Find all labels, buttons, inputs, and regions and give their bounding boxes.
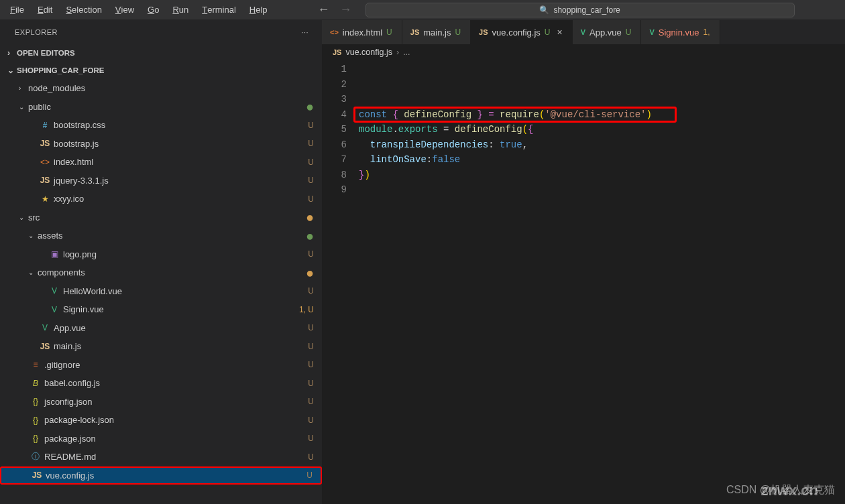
menu-run[interactable]: Run (166, 0, 195, 20)
file-node_modules[interactable]: ›node_modules (0, 79, 322, 98)
breadcrumb[interactable]: JS vue.config.js › ... (322, 44, 845, 60)
menubar: File Edit Selection View Go Run Terminal… (0, 0, 845, 20)
tabs: <>index.htmlUJSmain.jsUJSvue.config.jsU×… (322, 20, 845, 44)
nav-back-icon[interactable]: ← (318, 3, 330, 17)
menu-go[interactable]: Go (141, 0, 166, 20)
menu-view[interactable]: View (109, 0, 141, 20)
file-main.js[interactable]: JSmain.jsU (0, 337, 322, 356)
menu-selection[interactable]: Selection (59, 0, 108, 20)
file-jquery-3.3.1.js[interactable]: JSjquery-3.3.1.jsU (0, 172, 322, 190)
search-input[interactable]: 🔍 shopping_car_fore (365, 3, 795, 17)
file-public[interactable]: ⌄public● (0, 98, 322, 117)
file-package.json[interactable]: {}package.jsonU (0, 430, 322, 448)
file-README.md[interactable]: ⓘREADME.mdU (0, 448, 322, 466)
code-editor[interactable]: 123456789 const { defineConfig } = requi… (322, 60, 845, 504)
file-xxyy.ico[interactable]: ★xxyy.icoU (0, 190, 322, 208)
file-.gitignore[interactable]: ≡.gitignoreU (0, 356, 322, 375)
file-bootstrap.js[interactable]: JSbootstrap.jsU (0, 135, 322, 153)
file-jsconfig.json[interactable]: {}jsconfig.jsonU (0, 393, 322, 412)
tab-vue.config.js[interactable]: JSvue.config.jsU× (471, 20, 573, 44)
file-babel.config.js[interactable]: Bbabel.config.jsU (0, 374, 322, 393)
more-icon[interactable]: ··· (301, 28, 308, 36)
tab-main.js[interactable]: JSmain.jsU (402, 20, 471, 44)
file-components[interactable]: ⌄components● (0, 263, 322, 282)
file-HelloWorld.vue[interactable]: VHelloWorld.vueU (0, 282, 322, 301)
file-App.vue[interactable]: VApp.vueU (0, 319, 322, 338)
menu-help[interactable]: Help (243, 0, 274, 20)
explorer-title: EXPLORER (15, 28, 58, 36)
file-package-lock.json[interactable]: {}package-lock.jsonU (0, 411, 322, 430)
file-assets[interactable]: ⌄assets● (0, 227, 322, 245)
tab-App.vue[interactable]: VApp.vueU (573, 20, 642, 44)
sidebar: EXPLORER ··· ›OPEN EDITORS ⌄SHOPPING_CAR… (0, 20, 322, 504)
project-section[interactable]: ⌄SHOPPING_CAR_FORE (0, 62, 322, 79)
nav-fwd-icon[interactable]: → (340, 3, 352, 17)
search-text: shopping_car_fore (553, 5, 620, 15)
file-Signin.vue[interactable]: VSignin.vue1, U (0, 300, 322, 319)
file-tree: ›node_modules⌄public●#bootstrap.cssUJSbo… (0, 79, 322, 504)
tab-Signin.vue[interactable]: VSignin.vue1, (641, 20, 720, 44)
tab-index.html[interactable]: <>index.htmlU (322, 20, 402, 44)
search-icon: 🔍 (539, 5, 549, 15)
watermark2: znwx.cn (760, 482, 818, 499)
menu-edit[interactable]: Edit (31, 0, 59, 20)
menu-file[interactable]: File (3, 0, 31, 20)
file-index.html[interactable]: <>index.htmlU (0, 153, 322, 172)
open-editors-section[interactable]: ›OPEN EDITORS (0, 44, 322, 62)
menu-terminal[interactable]: Terminal (195, 0, 243, 20)
file-vue.config.js[interactable]: JSvue.config.jsU (0, 466, 322, 485)
file-logo.png[interactable]: ▣logo.pngU (0, 245, 322, 264)
file-bootstrap.css[interactable]: #bootstrap.cssU (0, 116, 322, 135)
file-src[interactable]: ⌄src● (0, 208, 322, 227)
